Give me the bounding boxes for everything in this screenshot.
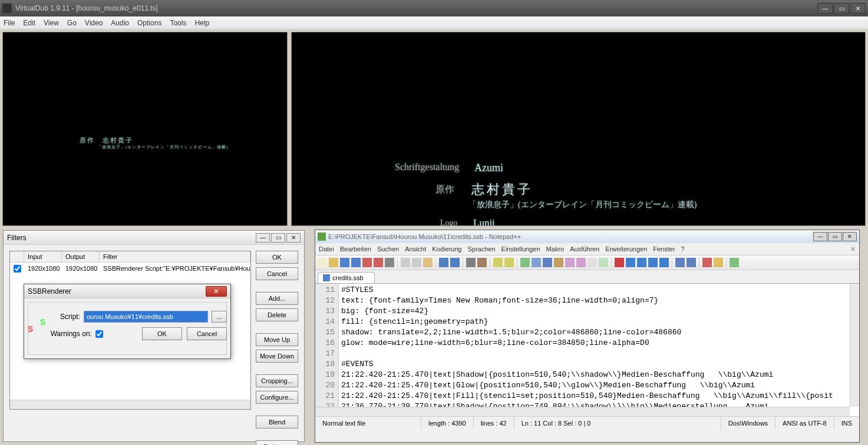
vertical-scrollbar[interactable] (850, 284, 859, 407)
zoom-out-icon[interactable] (504, 258, 514, 267)
filter-row[interactable]: 1920x1080 1920x1080 SSBRenderer Script:"… (10, 263, 250, 276)
filters-close-button[interactable]: ✕ (286, 233, 301, 243)
video-input-pane[interactable]: 原作 志村貴子 「放浪息子」(エンターブレイン「月刊コミックビーム」連載) (2, 32, 288, 226)
close-button[interactable]: ✕ (850, 3, 866, 14)
npp-menu-datei[interactable]: Datei (319, 245, 334, 253)
zoom-in-icon[interactable] (493, 258, 503, 267)
cropping-button[interactable]: Cropping... (256, 374, 298, 387)
tab-credits[interactable]: credits.ssb (318, 272, 375, 283)
horizontal-scrollbar[interactable] (315, 407, 850, 416)
npp-menu-makro[interactable]: Makro (546, 245, 565, 253)
filters-minimize-button[interactable]: — (256, 233, 270, 243)
menu-video[interactable]: Video (85, 19, 103, 27)
npp-menu-ansicht[interactable]: Ansicht (405, 245, 426, 253)
minimize-button[interactable]: — (817, 3, 833, 14)
ok-button[interactable]: OK (256, 251, 298, 264)
macro-play-icon[interactable] (637, 258, 646, 267)
macro-save-icon[interactable] (659, 258, 669, 267)
function-list-icon[interactable] (588, 258, 597, 267)
npp-menu-einstellungen[interactable]: Einstellungen (501, 245, 540, 253)
header-input[interactable]: Input (24, 251, 62, 262)
redo-icon[interactable] (450, 258, 460, 267)
npp-menu-help[interactable]: ? (681, 245, 685, 253)
cancel-button[interactable]: Cancel (256, 267, 298, 280)
menu-edit[interactable]: Edit (23, 19, 35, 27)
macro-record-icon[interactable] (615, 258, 624, 267)
show-symbols-icon[interactable] (543, 258, 552, 267)
macro-stop-icon[interactable] (626, 258, 635, 267)
copy-icon[interactable] (412, 258, 421, 267)
npp-titlebar[interactable]: E:\PROJEKTE\Fansub\Hourou Musuko\11\cred… (315, 230, 859, 243)
npp-minimize-button[interactable]: — (813, 232, 827, 241)
ssb-ok-button[interactable]: OK (142, 327, 182, 340)
add-button[interactable]: Add... (256, 292, 298, 305)
menu-view[interactable]: View (44, 19, 59, 27)
npp-menu-sprachen[interactable]: Sprachen (467, 245, 495, 253)
blend-button[interactable]: Blend (256, 416, 298, 429)
print-icon[interactable] (385, 258, 394, 267)
close-all-icon[interactable] (374, 258, 383, 267)
replace-icon[interactable] (477, 258, 487, 267)
close-file-icon[interactable] (362, 258, 372, 267)
indent-guide-icon[interactable] (554, 258, 563, 267)
menu-tools[interactable]: Tools (170, 19, 186, 27)
undo-icon[interactable] (439, 258, 448, 267)
options-button[interactable]: Options... (256, 440, 298, 445)
header-output[interactable]: Output (62, 251, 100, 262)
paste-icon[interactable] (423, 258, 433, 267)
word-wrap-icon[interactable] (532, 258, 541, 267)
menu-audio[interactable]: Audio (111, 19, 129, 27)
status-length: length : 4390 (421, 417, 474, 429)
video-output-pane[interactable]: Schriftgestaltung Azumi 原作 志村貴子 「放浪息子」(エ… (291, 32, 866, 226)
main-titlebar[interactable]: VirtualDub 1.9.11 - [hourou_musuko_e011.… (0, 0, 868, 16)
maximize-button[interactable]: ▭ (834, 3, 849, 14)
filters-titlebar[interactable]: Filters — ▭ ✕ (4, 231, 304, 245)
ssb-close-button[interactable]: ✕ (206, 286, 227, 297)
ssb-titlebar[interactable]: SSBRenderer ✕ (24, 284, 230, 298)
npp-maximize-button[interactable]: ▭ (828, 232, 842, 241)
code-area[interactable]: #STYLEStext: {font-family=Times New Roma… (339, 284, 859, 416)
npp-menu-erweiterungen[interactable]: Erweiterungen (605, 245, 647, 253)
macro-play-multi-icon[interactable] (648, 258, 658, 267)
menu-file[interactable]: File (4, 19, 15, 27)
npp-menu-suchen[interactable]: Suchen (377, 245, 399, 253)
user-define-icon[interactable] (565, 258, 575, 267)
spell-check-icon[interactable] (702, 258, 712, 267)
npp-menu-fenster[interactable]: Fenster (653, 245, 675, 253)
warnings-checkbox[interactable] (95, 330, 103, 338)
header-filter[interactable]: Filter (100, 251, 250, 262)
find-icon[interactable] (466, 258, 476, 267)
npp-menu-kodierung[interactable]: Kodierung (432, 245, 461, 253)
ssb-cancel-button[interactable]: Cancel (187, 327, 227, 340)
menu-options[interactable]: Options (137, 19, 161, 27)
cut-icon[interactable] (401, 258, 410, 267)
folder-workspace-icon[interactable] (599, 258, 608, 267)
menu-go[interactable]: Go (67, 19, 77, 27)
npp-editor[interactable]: 111213141516171819202122 #STYLEStext: {f… (315, 283, 859, 416)
moveup-button[interactable]: Move Up (256, 333, 298, 346)
open-file-icon[interactable] (329, 258, 338, 267)
save-all-icon[interactable] (351, 258, 361, 267)
save-icon[interactable] (340, 258, 349, 267)
menu-help[interactable]: Help (194, 19, 209, 27)
npp-menu-ausfuehren[interactable]: Ausführen (570, 245, 599, 253)
new-file-icon[interactable] (318, 258, 327, 267)
filter-enable-checkbox[interactable] (14, 265, 21, 273)
script-input[interactable] (84, 311, 208, 323)
filter-scrollbar[interactable] (10, 400, 250, 409)
plugin-icon[interactable] (730, 258, 739, 267)
npp-menubar-close-icon[interactable]: ✕ (850, 245, 856, 253)
doc-map-icon[interactable] (576, 258, 586, 267)
configure-button[interactable]: Configure... (256, 391, 298, 404)
spell-next-icon[interactable] (714, 258, 723, 267)
npp-close-button[interactable]: ✕ (843, 232, 857, 241)
npp-menu-bearbeiten[interactable]: Bearbeiten (340, 245, 371, 253)
sync-scroll-icon[interactable] (520, 258, 530, 267)
movedown-button[interactable]: Move Down (256, 350, 298, 363)
eol-convert2-icon[interactable] (687, 258, 696, 267)
browse-button[interactable]: ... (212, 311, 227, 323)
delete-button[interactable]: Delete (256, 308, 298, 321)
filters-maximize-button[interactable]: ▭ (271, 233, 285, 243)
eol-convert-icon[interactable] (675, 258, 685, 267)
status-filetype: Normal text file (315, 417, 421, 429)
